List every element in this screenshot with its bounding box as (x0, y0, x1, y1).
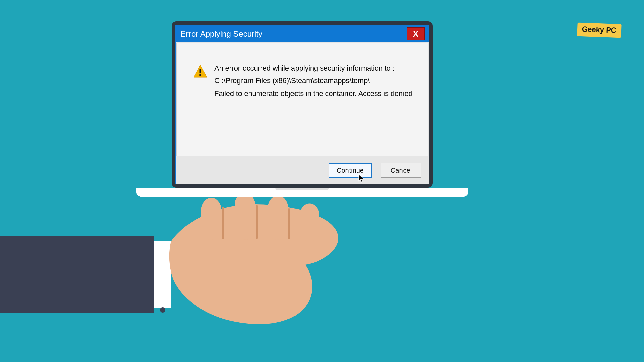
dialog-title: Error Applying Security (180, 29, 262, 39)
brand-badge: Geeky PC (577, 23, 622, 38)
close-button[interactable]: X (407, 27, 425, 40)
svg-point-2 (160, 307, 165, 313)
close-icon: X (413, 29, 418, 39)
dialog-button-row: Continue Cancel (176, 157, 429, 184)
laptop-base (136, 188, 468, 197)
message-line-2: C :\Program Files (x86)\Steam\steamapps\… (214, 74, 413, 87)
cancel-label: Cancel (391, 167, 412, 174)
dialog-message: An error occurred while applying securit… (214, 62, 413, 149)
laptop-notch (275, 188, 329, 190)
cancel-button[interactable]: Cancel (381, 163, 421, 178)
svg-rect-0 (0, 236, 154, 313)
dialog-titlebar: Error Applying Security X (176, 25, 429, 42)
warning-icon (193, 64, 208, 79)
error-dialog: Error Applying Security X An error occur… (175, 25, 429, 184)
continue-button[interactable]: Continue (329, 163, 372, 178)
message-line-3: Failed to enumerate objects in the conta… (214, 87, 413, 100)
svg-rect-1 (154, 241, 171, 308)
continue-label: Continue (337, 167, 364, 174)
brand-label: Geeky PC (582, 25, 617, 35)
dialog-body: An error occurred while applying securit… (176, 43, 428, 156)
laptop-screen: Error Applying Security X An error occur… (172, 21, 433, 188)
message-line-1: An error occurred while applying securit… (214, 62, 413, 74)
hand-illustration (0, 188, 369, 362)
svg-rect-3 (200, 69, 201, 73)
svg-point-4 (199, 74, 201, 76)
